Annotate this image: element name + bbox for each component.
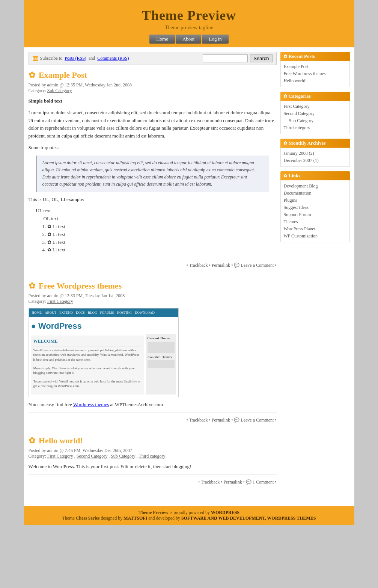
post-cat-link-4[interactable]: Third category [139,453,166,459]
ol-item: OL text ✿ Li text ✿ Li text ✿ Li text ✿ … [44,215,277,254]
link-wp-planet[interactable]: WordPress Planet [284,225,346,233]
link-support-forum[interactable]: Support Forum [284,211,346,218]
post-footer: • Trackback • Permalink • 💬 Leave a Comm… [29,261,277,270]
search-input[interactable] [203,54,248,62]
wp-available-theme-box [148,360,175,368]
trackback-link[interactable]: Trackback [201,479,220,485]
nav-login[interactable]: Log in [202,35,228,44]
links-widget: ✿ Links Development Blog Documentation P… [280,171,350,242]
wp-nav-extend: EXTEND [59,310,73,315]
comment-link[interactable]: Leave a Comment [241,417,274,423]
nav-home[interactable]: Home [149,35,175,44]
search-bar: RSS Subscribe to Posts (RSS) and Comment… [29,52,277,65]
wp-themes-link[interactable]: Wordpress themes [73,402,109,407]
post-category-link[interactable]: Sub Category [47,88,72,93]
content-wrap: RSS Subscribe to Posts (RSS) and Comment… [24,47,354,502]
li-icon: ✿ [47,224,51,229]
post-icon: ✿ [29,281,35,291]
comments-rss-link[interactable]: Comments (RSS) [97,56,129,61]
post-title: ✿ Example Post [29,70,277,80]
bold-text: Simple bold text [29,98,62,104]
recent-post-link-3[interactable]: Hello world! [284,77,346,85]
blockquote: Lorem ipsum dolor sit amet, consectetur … [36,156,269,192]
archive-link-dec[interactable]: December 2007 (1) [284,157,346,164]
wp-nav-download: DOWNLOAD [135,310,155,315]
wp-nav-home: HOME [32,310,42,315]
post-free-themes: ✿ Free Wordpress themes Posted by admin … [29,281,277,425]
wp-nav-forums: FORUMS [100,310,114,315]
footer-line-2: Theme Chess Series designed by MATTSOFI … [28,515,351,521]
footer-chess: Chess Series [76,515,100,521]
cat-link-sub[interactable]: Sub Category [284,117,346,124]
link-suggest-ideas[interactable]: Suggest Ideas [284,204,346,211]
site-title: Theme Preview [24,8,354,23]
li-icon: ✿ [47,247,51,252]
categories-title: ✿ Categories [280,92,350,101]
categories-content: First Category Second Category Sub Categ… [280,101,350,134]
nav-about[interactable]: About [176,35,202,44]
post-title-link[interactable]: Hello world! [39,436,83,445]
sidebar: ✿ Recent Posts Example Post Free Wordpre… [280,52,350,498]
li-icon: ✿ [47,239,51,245]
comment-link[interactable]: Leave a Comment [241,263,274,268]
wp-welcome-title: WELCOME [33,338,142,346]
trackback-link[interactable]: Trackback [189,263,208,268]
wp-nav-about: ABOUT [45,310,56,315]
li-icon: ✿ [47,231,51,237]
post-meta: Posted by admin @ 12:33 PM, Tuesday Jan … [29,293,277,304]
search-button[interactable]: Search [250,54,272,62]
posts-rss-link[interactable]: Posts (RSS) [65,56,86,61]
archives-content: January 2008 (2) December 2007 (1) [280,148,350,167]
link-dev-blog[interactable]: Development Blog [284,183,346,190]
permalink-link[interactable]: Permalink [212,417,230,423]
post-cat-link-2[interactable]: Second Category [77,453,107,459]
wp-welcome-text3: To get started with WordPress, set it up… [33,379,142,388]
post-text: Welcome to WordPress. This is your first… [29,463,277,471]
wp-sidebar-mockup: Current Theme Available Themes [146,334,176,395]
ul-item: UL text OL text ✿ Li text ✿ Li text ✿ Li… [36,207,277,254]
cat-link-third[interactable]: Third category [284,124,346,132]
link-themes[interactable]: Themes [284,218,346,225]
subscribe-text: Subscribe to [40,56,63,61]
cat-link-second[interactable]: Second Category [284,110,346,117]
wp-theme-preview [148,342,175,353]
post-divider [29,413,277,413]
permalink-link[interactable]: Permalink [223,479,242,485]
wp-nav-bar: HOME ABOUT EXTEND DOCS BLOG FORUMS HOSTI… [29,308,178,317]
ul-label: This is UL, OL, LI example: [29,196,277,204]
post-icon: ✿ [29,436,35,446]
main-nav: Home About Log in [24,35,354,44]
footer-mattsofi-link[interactable]: MATTSOFI [123,515,147,521]
link-docs[interactable]: Documentation [284,190,346,197]
post-cat-link-1[interactable]: First Category [47,453,73,459]
post-category-link[interactable]: First Category [47,299,73,304]
comment-link[interactable]: 1 Comment [253,479,274,485]
footer-swbd-link[interactable]: SOFTWARE AND WEB DEVELOPMENT, WORDPRESS … [181,515,316,521]
post-cat-link-3[interactable]: Sub Category [111,453,136,459]
recent-posts-title: ✿ Recent Posts [280,52,350,61]
post-meta: Posted by admin @ 12:35 PM, Wednesday Ja… [29,82,277,94]
trackback-link[interactable]: Trackback [189,417,208,423]
cat-link-first[interactable]: First Category [284,103,346,110]
post-divider [29,475,277,475]
link-wp-customization[interactable]: WP Customization [284,233,346,240]
footer-theme-name: Theme Preview [139,510,168,515]
footer-wp-link[interactable]: WORDPRESS [211,510,239,515]
comment-icon: 💬 [234,417,239,423]
main-content: RSS Subscribe to Posts (RSS) and Comment… [29,52,277,498]
lorem-text: Lorem ipsum dolor sit amet, consectetur … [29,109,277,140]
li-item-3: ✿ Li text [47,239,277,246]
post-content: Simple bold text Lorem ipsum dolor sit a… [29,97,277,254]
permalink-link[interactable]: Permalink [212,263,230,268]
post-title-link[interactable]: Example Post [39,70,87,80]
bquote-label: Some b-quotes: [29,144,277,152]
post-title-link[interactable]: Free Wordpress themes [39,281,122,290]
recent-post-link-1[interactable]: Example Post [284,63,346,70]
link-plugins[interactable]: Plugins [284,197,346,204]
post-example: ✿ Example Post Posted by admin @ 12:35 P… [29,70,277,270]
archive-link-jan[interactable]: January 2008 (2) [284,150,346,157]
wordpress-screenshot: HOME ABOUT EXTEND DOCS BLOG FORUMS HOSTI… [29,308,179,397]
rss-icon: RSS [33,56,38,61]
recent-post-link-2[interactable]: Free Wordpress themes [284,70,346,77]
post-description: You can easy find free Wordpress themes … [29,401,277,409]
